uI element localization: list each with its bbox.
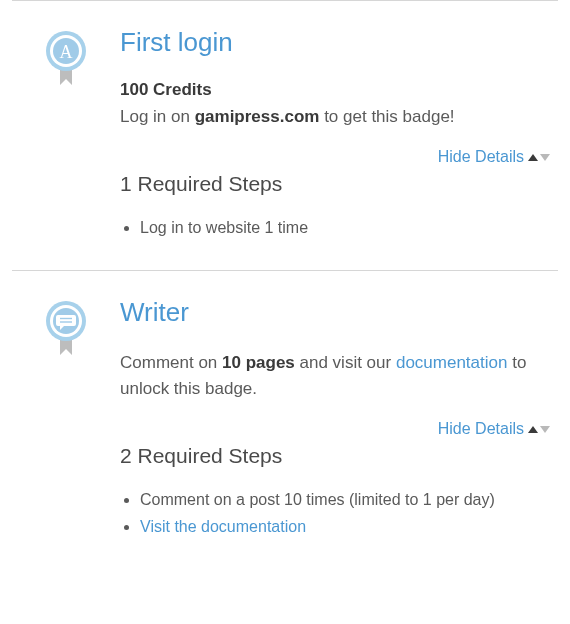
achievement-title[interactable]: First login — [120, 27, 552, 58]
achievement-title[interactable]: Writer — [120, 297, 552, 328]
achievement-description: Log in on gamipress.com to get this badg… — [120, 104, 552, 130]
badge-icon-container — [12, 297, 120, 541]
steps-heading: 2 Required Steps — [120, 444, 552, 468]
step-item: Visit the documentation — [140, 513, 552, 540]
step-item: Comment on a post 10 times (limited to 1… — [140, 486, 552, 513]
visit-documentation-link[interactable]: Visit the documentation — [140, 518, 306, 535]
chevron-down-icon — [540, 154, 550, 161]
steps-list: Comment on a post 10 times (limited to 1… — [120, 486, 552, 540]
step-item: Log in to website 1 time — [140, 214, 552, 241]
achievement-description: Comment on 10 pages and visit our docume… — [120, 350, 552, 403]
desc-bold: gamipress.com — [195, 107, 320, 126]
points-label: 100 Credits — [120, 80, 552, 100]
steps-list: Log in to website 1 time — [120, 214, 552, 241]
achievement-content: First login 100 Credits Log in on gamipr… — [120, 27, 558, 242]
hide-details-button[interactable]: Hide Details — [438, 148, 550, 166]
documentation-link[interactable]: documentation — [396, 353, 508, 372]
achievement-item: Writer Comment on 10 pages and visit our… — [12, 270, 558, 569]
steps-heading: 1 Required Steps — [120, 172, 552, 196]
hide-details-button[interactable]: Hide Details — [438, 420, 550, 438]
desc-text: to get this badge! — [319, 107, 454, 126]
desc-text: Comment on — [120, 353, 222, 372]
achievement-item: A First login 100 Credits Log in on gami… — [12, 0, 558, 270]
badge-icon: A — [42, 29, 90, 89]
hide-details-label: Hide Details — [438, 420, 524, 438]
desc-bold: 10 pages — [222, 353, 295, 372]
svg-text:A: A — [60, 42, 73, 62]
desc-text: and visit our — [295, 353, 396, 372]
achievement-content: Writer Comment on 10 pages and visit our… — [120, 297, 558, 541]
toggle-row: Hide Details — [120, 420, 552, 438]
badge-icon-container: A — [12, 27, 120, 242]
hide-details-label: Hide Details — [438, 148, 524, 166]
chevron-up-icon — [528, 154, 538, 161]
chevron-down-icon — [540, 426, 550, 433]
toggle-row: Hide Details — [120, 148, 552, 166]
chevron-up-icon — [528, 426, 538, 433]
desc-text: Log in on — [120, 107, 195, 126]
badge-icon — [42, 299, 90, 359]
